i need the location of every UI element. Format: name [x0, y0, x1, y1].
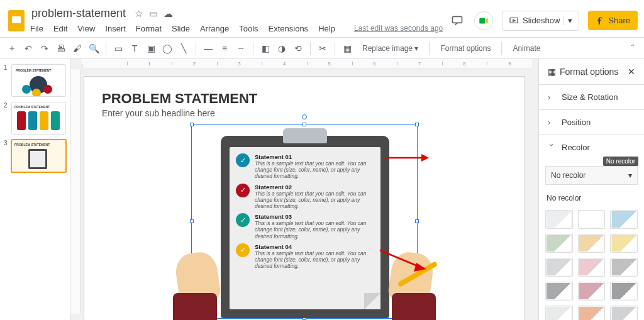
recolor-dropdown[interactable]: No recolor ▾ No recolor — [545, 166, 638, 185]
recolor-swatch[interactable] — [610, 306, 638, 320]
slide-thumb-1[interactable]: PROBLEM STATEMENT — [11, 64, 66, 97]
collapse-toolbar-icon[interactable]: ˆ — [626, 41, 639, 55]
workspace: 1 PROBLEM STATEMENT 2 PROBLEM STATEMENT … — [0, 59, 644, 320]
menu-arrange[interactable]: Arrange — [199, 23, 230, 35]
resize-handle[interactable] — [190, 219, 194, 223]
format-options-panel: ▦ Format options ✕ › Size & Rotation › P… — [538, 59, 644, 320]
recolor-swatch[interactable] — [545, 234, 573, 253]
redo-button[interactable]: ↷ — [38, 41, 52, 55]
star-icon[interactable]: ☆ — [135, 8, 143, 19]
slideshow-label: Slideshow — [523, 16, 560, 25]
border-color-button[interactable]: — — [201, 41, 215, 55]
thumb-number: 1 — [4, 64, 9, 97]
shape-tool[interactable]: ◯ — [160, 41, 174, 55]
menu-format[interactable]: Format — [135, 23, 163, 35]
slideshow-button[interactable]: Slideshow ▾ — [502, 11, 579, 31]
last-edit-label[interactable]: Last edit was seconds ago — [353, 23, 444, 35]
menu-slide[interactable]: Slide — [170, 23, 191, 35]
filmstrip: 1 PROBLEM STATEMENT 2 PROBLEM STATEMENT … — [0, 59, 70, 320]
menu-tools[interactable]: Tools — [238, 23, 259, 35]
undo-button[interactable]: ↶ — [21, 41, 35, 55]
image-selection[interactable]: ✓Statement 01This is a sample text that … — [191, 124, 418, 319]
chevron-down-icon: ▾ — [628, 171, 632, 180]
animate-button[interactable]: Animate — [507, 41, 546, 56]
statement-item: ✓Statement 02This is a sample text that … — [236, 184, 374, 210]
section-size-rotation[interactable]: › Size & Rotation — [539, 85, 644, 110]
menu-view[interactable]: View — [76, 23, 96, 35]
recolor-swatch[interactable] — [545, 210, 573, 229]
slides-logo-icon[interactable] — [5, 9, 28, 32]
recolor-swatch[interactable] — [610, 282, 638, 301]
recolor-swatch[interactable] — [545, 258, 573, 277]
line-tool[interactable]: ╲ — [177, 41, 191, 55]
resize-handle[interactable] — [415, 123, 419, 126]
resize-handle[interactable] — [190, 123, 194, 126]
slide-canvas[interactable]: PROBLEM STATEMENT Enter your sub headlin… — [84, 77, 525, 320]
textbox-tool[interactable]: T — [128, 41, 142, 55]
menu-help[interactable]: Help — [317, 23, 336, 35]
crop-button[interactable]: ◧ — [258, 41, 272, 55]
title-action-icons: ☆ ▭ ☁ — [135, 8, 177, 19]
comment-history-icon[interactable] — [449, 13, 465, 29]
menu-file[interactable]: File — [29, 23, 45, 35]
recolor-swatch[interactable] — [578, 306, 606, 320]
section-label: Position — [562, 118, 591, 127]
statement-item: ✓Statement 03This is a sample text that … — [236, 213, 374, 240]
recolor-swatch[interactable] — [578, 210, 606, 229]
recolor-swatch[interactable] — [545, 282, 573, 301]
rotate-handle[interactable] — [302, 114, 307, 119]
zoom-button[interactable]: 🔍 — [87, 41, 101, 55]
move-icon[interactable]: ▭ — [149, 8, 158, 19]
document-title[interactable]: problem-statement — [29, 6, 128, 21]
section-position[interactable]: › Position — [539, 110, 644, 135]
chevron-down-icon: › — [547, 144, 557, 152]
resize-handle[interactable] — [303, 123, 306, 126]
recolor-swatch[interactable] — [610, 258, 638, 277]
slide-thumb-3[interactable]: PROBLEM STATEMENT — [11, 140, 66, 172]
svg-rect-3 — [479, 18, 485, 23]
mask-image-button[interactable]: ▦ — [340, 41, 354, 55]
slide-thumb-2[interactable]: PROBLEM STATEMENT — [11, 102, 66, 135]
ruler-horizontal[interactable]: 123456789 — [82, 59, 532, 69]
menu-bar: File Edit View Insert Format Slide Arran… — [29, 21, 444, 35]
mask-button[interactable]: ◑ — [275, 41, 289, 55]
recolor-swatch[interactable] — [578, 282, 606, 301]
border-weight-button[interactable]: ≡ — [218, 41, 231, 55]
recolor-swatch[interactable] — [610, 234, 638, 253]
select-tool[interactable]: ▭ — [111, 41, 125, 55]
slide-subtitle[interactable]: Enter your sub headline here — [102, 108, 215, 118]
reset-image-button[interactable]: ⟲ — [291, 41, 305, 55]
recolor-swatch[interactable] — [578, 258, 606, 277]
resize-handle[interactable] — [415, 219, 419, 223]
svg-rect-2 — [453, 16, 462, 23]
slide-title[interactable]: PROBLEM STATEMENT — [102, 91, 257, 107]
border-dash-button[interactable]: ┄ — [234, 41, 248, 55]
menu-extensions[interactable]: Extensions — [267, 23, 310, 35]
statement-item: ✓Statement 04This is a sample text that … — [236, 243, 374, 270]
close-icon[interactable]: ✕ — [628, 67, 635, 77]
crop-image-button[interactable]: ✂ — [316, 41, 330, 55]
cloud-status-icon[interactable]: ☁ — [164, 8, 173, 19]
statement-item: ✓Statement 01This is a sample text that … — [236, 153, 374, 180]
chevron-right-icon: › — [548, 118, 555, 127]
recolor-swatch[interactable] — [545, 306, 573, 320]
share-button[interactable]: Share — [588, 11, 638, 30]
section-label: Size & Rotation — [562, 92, 618, 102]
meet-icon[interactable] — [474, 11, 493, 30]
canvas-area[interactable]: 123456789 PROBLEM STATEMENT Enter your s… — [70, 59, 538, 320]
recolor-swatch[interactable] — [578, 234, 606, 253]
format-options-icon: ▦ — [548, 67, 556, 77]
menu-edit[interactable]: Edit — [52, 23, 69, 35]
ruler-vertical[interactable] — [70, 69, 80, 314]
paint-format-button[interactable]: 🖌 — [70, 41, 84, 55]
share-label: Share — [608, 16, 630, 25]
replace-image-button[interactable]: Replace image ▾ — [357, 41, 424, 56]
recolor-swatch[interactable] — [610, 210, 638, 229]
menu-insert[interactable]: Insert — [104, 23, 127, 35]
format-options-button[interactable]: Format options — [435, 41, 496, 56]
image-tool[interactable]: ▣ — [144, 41, 158, 55]
print-button[interactable]: 🖶 — [54, 41, 68, 55]
toolbar: ＋ ↶ ↷ 🖶 🖌 🔍 ▭ T ▣ ◯ ╲ — ≡ ┄ ◧ ◑ ⟲ ✂ ▦ Re… — [0, 38, 644, 59]
new-slide-button[interactable]: ＋ — [5, 41, 19, 55]
illustration-clipboard: ✓Statement 01This is a sample text that … — [221, 136, 389, 318]
